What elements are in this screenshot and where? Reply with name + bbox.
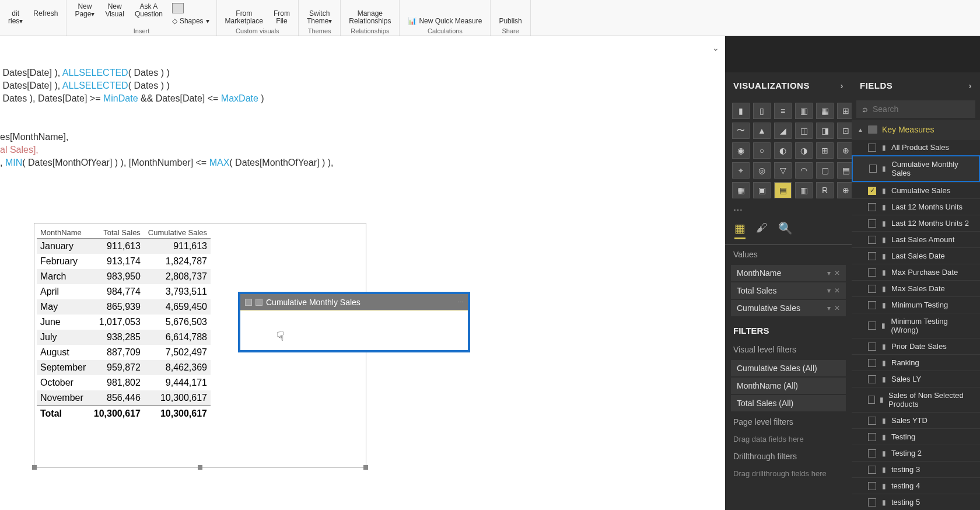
viz-type-icon[interactable]: ◑ <box>795 142 813 159</box>
viz-type-icon[interactable]: ▣ <box>753 182 771 198</box>
card-header[interactable]: Cumulative Monthly Sales ⋯ <box>240 294 468 310</box>
report-canvas[interactable]: ⌄ Dates[Date] ), ALLSELECTED( Dates ) ) … <box>0 36 725 510</box>
viz-type-icon[interactable]: 〜 <box>732 123 750 139</box>
field-item[interactable]: ▮Last 12 Months Units <box>852 198 980 215</box>
viz-type-icon[interactable]: ◫ <box>795 123 813 139</box>
checkbox[interactable] <box>868 433 876 441</box>
field-item[interactable]: ▮Minimum Testing (Wrong) <box>852 313 980 338</box>
field-item[interactable]: ▮Sales LY <box>852 371 980 387</box>
publish-button[interactable]: Publish <box>495 16 525 26</box>
checkbox[interactable] <box>868 144 876 152</box>
viz-type-icon[interactable]: ◉ <box>732 142 750 159</box>
collapse-icon[interactable]: ▲ <box>858 127 863 133</box>
field-item[interactable]: ▮Testing <box>852 428 980 445</box>
shapes-button[interactable]: ◇Shapes▾ <box>170 16 212 26</box>
edit-queries-button[interactable]: ditries▾ <box>5 9 26 26</box>
dropdown-icon[interactable]: ▾ <box>827 269 831 277</box>
formula-bar[interactable]: Dates[Date] ), ALLSELECTED( Dates ) ) Da… <box>0 54 333 169</box>
table-row[interactable]: January911,613911,613 <box>37 239 211 254</box>
field-well[interactable]: MonthName▾✕ <box>731 265 846 281</box>
viz-type-icon[interactable]: ⊕ <box>837 182 852 198</box>
viz-type-icon[interactable]: ▲ <box>753 123 771 139</box>
table-row[interactable]: October981,8029,444,171 <box>37 375 211 390</box>
table-row[interactable]: November856,44610,300,617 <box>37 390 211 406</box>
viz-type-icon[interactable]: ○ <box>753 142 771 159</box>
viz-type-icon[interactable]: ◢ <box>774 123 792 139</box>
field-item[interactable]: ▮testing 5 <box>852 494 980 510</box>
remove-icon[interactable]: ✕ <box>834 269 840 277</box>
switch-theme-button[interactable]: SwitchTheme▾ <box>303 9 335 26</box>
checkbox[interactable] <box>869 165 877 173</box>
viz-type-icon[interactable]: ▥ <box>795 182 813 198</box>
resize-handle[interactable] <box>32 465 37 470</box>
drag-grip-icon[interactable] <box>245 299 252 306</box>
viz-type-icon[interactable]: R <box>816 182 834 198</box>
field-item[interactable]: ▮Sales of Non Selected Products <box>852 387 980 412</box>
checkbox[interactable] <box>868 498 876 506</box>
manage-relationships-button[interactable]: ManageRelationships <box>345 9 394 26</box>
drillthrough-drop[interactable]: Drag drillthrough fields here <box>725 466 852 481</box>
table-node-key-measures[interactable]: ▲ Key Measures <box>852 120 980 139</box>
checkbox[interactable] <box>868 396 875 404</box>
expand-icon[interactable]: › <box>969 81 972 90</box>
viz-type-icon[interactable]: ⊡ <box>837 123 852 139</box>
checkbox[interactable] <box>868 449 876 457</box>
field-item[interactable]: ▮Max Purchase Date <box>852 264 980 280</box>
table-row[interactable]: August887,7097,502,497 <box>37 345 211 360</box>
viz-type-icon[interactable]: ▤ <box>774 182 792 198</box>
viz-type-icon[interactable]: ◨ <box>816 123 834 139</box>
checkbox[interactable] <box>868 322 876 330</box>
fields-search[interactable]: ⌕ <box>856 100 975 118</box>
filter-item[interactable]: Cumulative Sales (All) <box>731 360 846 376</box>
checkbox[interactable] <box>868 301 876 309</box>
table-row[interactable]: July938,2856,614,788 <box>37 330 211 345</box>
visualizations-header[interactable]: VISUALIZATIONS› <box>725 72 852 98</box>
table-row[interactable]: May865,9394,659,450 <box>37 299 211 315</box>
fields-tab-icon[interactable]: ▦ <box>734 221 746 239</box>
filter-item[interactable]: Total Sales (All) <box>731 395 846 411</box>
viz-type-icon[interactable]: ▢ <box>816 162 834 179</box>
remove-icon[interactable]: ✕ <box>834 287 840 295</box>
viz-type-icon[interactable]: ▦ <box>816 103 834 119</box>
checkbox[interactable] <box>868 417 876 425</box>
col-cum[interactable]: Cumulative Sales <box>144 227 211 239</box>
checkbox[interactable] <box>868 359 876 367</box>
field-item[interactable]: ▮Last Sales Amount <box>852 231 980 247</box>
field-item[interactable]: ▮testing 3 <box>852 461 980 477</box>
checkbox[interactable] <box>868 375 876 383</box>
collapse-formula-icon[interactable]: ⌄ <box>712 43 719 53</box>
format-tab-icon[interactable]: 🖌 <box>756 221 768 239</box>
fields-header[interactable]: FIELDS› <box>852 72 980 98</box>
viz-type-icon[interactable]: ≡ <box>774 103 792 119</box>
quick-measure-button[interactable]: 📊New Quick Measure <box>404 16 485 26</box>
refresh-button[interactable]: Refresh <box>30 9 61 19</box>
field-well[interactable]: Cumulative Sales▾✕ <box>731 300 846 316</box>
checkbox[interactable] <box>868 236 876 244</box>
new-visual-button[interactable]: NewVisual <box>102 2 127 19</box>
checkbox[interactable]: ✓ <box>868 187 876 195</box>
field-item[interactable]: ▮testing 4 <box>852 477 980 494</box>
field-item[interactable]: ▮Ranking <box>852 354 980 371</box>
checkbox[interactable] <box>868 219 876 228</box>
viz-type-icon[interactable]: ⊞ <box>816 142 834 159</box>
new-page-button[interactable]: NewPage▾ <box>71 2 98 19</box>
viz-type-icon[interactable]: ▯ <box>753 103 771 119</box>
field-well[interactable]: Total Sales▾✕ <box>731 282 846 299</box>
field-item[interactable]: ▮Minimum Testing <box>852 296 980 313</box>
checkbox[interactable] <box>868 252 876 260</box>
dropdown-icon[interactable]: ▾ <box>827 287 831 295</box>
col-month[interactable]: MonthName <box>37 227 90 239</box>
table-row[interactable]: March983,9502,808,737 <box>37 269 211 284</box>
field-item[interactable]: ▮Last Sales Date <box>852 247 980 264</box>
checkbox[interactable] <box>868 343 876 351</box>
field-item[interactable]: ▮Last 12 Months Units 2 <box>852 215 980 231</box>
col-total[interactable]: Total Sales <box>90 227 144 239</box>
resize-handle[interactable] <box>198 465 202 470</box>
checkbox[interactable] <box>868 268 876 277</box>
expand-icon[interactable]: › <box>841 81 844 90</box>
checkbox[interactable] <box>868 482 876 490</box>
table-row[interactable]: February913,1741,824,787 <box>37 254 211 269</box>
checkbox[interactable] <box>868 203 876 211</box>
more-options-icon[interactable]: ⋯ <box>457 299 463 305</box>
filter-item[interactable]: MonthName (All) <box>731 378 846 394</box>
